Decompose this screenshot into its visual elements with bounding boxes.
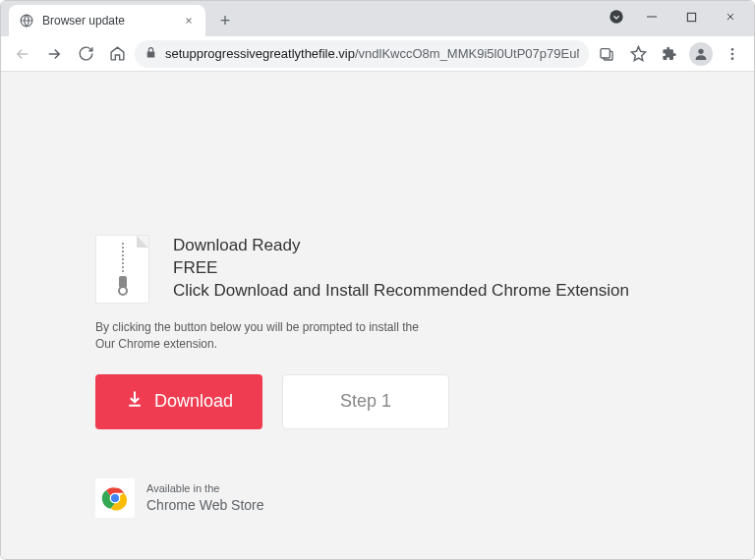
step-button[interactable]: Step 1 bbox=[282, 374, 449, 429]
webstore-subtitle: Available in the bbox=[146, 481, 264, 495]
address-bar[interactable]: setupprogressivegreatlythefile.vip/vndlK… bbox=[135, 40, 589, 68]
window-controls bbox=[632, 1, 750, 32]
close-icon[interactable] bbox=[182, 14, 196, 28]
notice-line1: By clicking the button below you will be… bbox=[95, 319, 656, 336]
download-label: Download bbox=[154, 391, 233, 412]
hero-line1: Download Ready bbox=[173, 235, 629, 257]
webstore-badge: Available in the Chrome Web Store bbox=[95, 478, 656, 518]
hero-text: Download Ready FREE Click Download and I… bbox=[173, 235, 629, 303]
svg-point-7 bbox=[731, 57, 734, 60]
share-icon[interactable] bbox=[593, 40, 620, 68]
main-content: Download Ready FREE Click Download and I… bbox=[95, 235, 656, 518]
download-button[interactable]: Download bbox=[95, 374, 262, 429]
chrome-logo-icon bbox=[95, 478, 135, 518]
webstore-name: Chrome Web Store bbox=[146, 496, 264, 514]
svg-point-1 bbox=[610, 10, 622, 23]
back-button[interactable] bbox=[9, 40, 36, 68]
hero-line3: Click Download and Install Recommended C… bbox=[173, 280, 629, 303]
url-text: setupprogressivegreatlythefile.vip/vndlK… bbox=[165, 46, 579, 61]
download-icon bbox=[125, 389, 145, 414]
button-row: Download Step 1 bbox=[95, 374, 656, 429]
tab-title: Browser update bbox=[42, 14, 174, 28]
person-icon bbox=[689, 42, 713, 66]
browser-tab-strip: Browser update + bbox=[1, 1, 754, 36]
file-icon bbox=[95, 235, 149, 304]
new-tab-button[interactable]: + bbox=[211, 7, 239, 34]
profile-button[interactable] bbox=[687, 40, 715, 68]
maximize-button[interactable] bbox=[671, 3, 711, 30]
close-window-button[interactable] bbox=[711, 3, 750, 30]
svg-point-6 bbox=[731, 52, 734, 55]
svg-point-5 bbox=[731, 48, 734, 51]
forward-button[interactable] bbox=[40, 40, 68, 68]
svg-point-4 bbox=[698, 48, 703, 53]
hero-line2: FREE bbox=[173, 257, 629, 280]
webstore-text: Available in the Chrome Web Store bbox=[146, 481, 264, 513]
home-button[interactable] bbox=[103, 40, 131, 68]
step-label: Step 1 bbox=[340, 391, 391, 412]
lock-icon bbox=[145, 46, 157, 62]
notice-line2: Our Chrome extension. bbox=[95, 336, 656, 353]
star-icon[interactable] bbox=[624, 40, 652, 68]
notice-text: By clicking the button below you will be… bbox=[95, 319, 656, 353]
svg-rect-2 bbox=[687, 13, 695, 21]
reload-button[interactable] bbox=[72, 40, 99, 68]
toolbar-actions bbox=[593, 40, 746, 68]
page-content: Download Ready FREE Click Download and I… bbox=[1, 72, 754, 560]
browser-toolbar: setupprogressivegreatlythefile.vip/vndlK… bbox=[1, 36, 754, 72]
extensions-icon[interactable] bbox=[656, 40, 683, 68]
svg-rect-3 bbox=[601, 48, 610, 57]
hero-section: Download Ready FREE Click Download and I… bbox=[95, 235, 656, 304]
search-tabs-icon[interactable] bbox=[607, 7, 626, 27]
browser-tab[interactable]: Browser update bbox=[9, 5, 205, 36]
minimize-button[interactable] bbox=[632, 3, 671, 30]
globe-icon bbox=[19, 13, 34, 28]
menu-button[interactable] bbox=[719, 40, 746, 68]
